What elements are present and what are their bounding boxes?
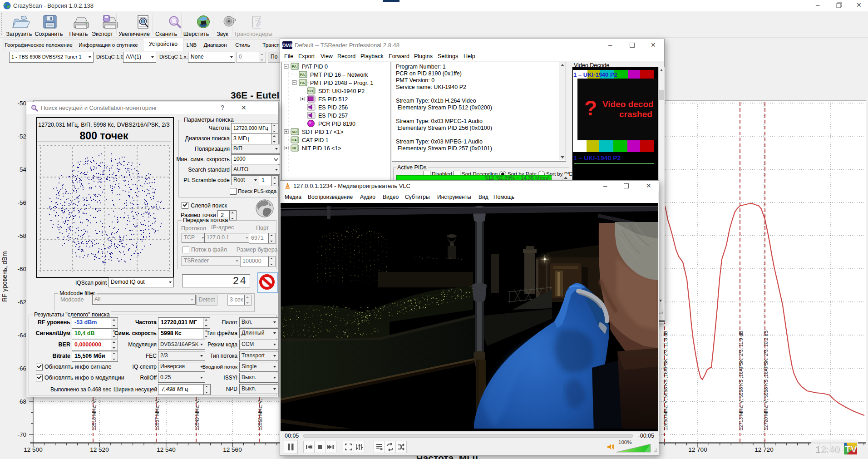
svg-text:SDT PID 17 <1>: SDT PID 17 <1> xyxy=(302,129,344,135)
svg-text:PA: PA xyxy=(300,81,305,85)
svg-text:ES PID 256: ES PID 256 xyxy=(318,104,348,111)
svg-text:-50: -50 xyxy=(17,100,26,107)
svg-text:CA: CA xyxy=(291,138,297,142)
svg-text:RF уровень, dBm: RF уровень, dBm xyxy=(1,251,8,302)
svg-text:PCR PID 8190: PCR PID 8190 xyxy=(318,121,355,127)
svg-text:PMT PID 2048 – Progr. 1: PMT PID 2048 – Progr. 1 xyxy=(310,80,373,86)
svg-text:-64: -64 xyxy=(17,332,26,339)
svg-text:CAT PID 1: CAT PID 1 xyxy=(302,137,329,143)
svg-text:NIT PID 16 <1>: NIT PID 16 <1> xyxy=(302,145,341,152)
svg-text:PA: PA xyxy=(300,73,305,77)
svg-text:12713 MHz; V; 5998 KS ;16APSK;: 12713 MHz; V; 5998 KS ;16APSK; 2/3; 11.9… xyxy=(738,331,744,430)
svg-text:2:40: 2:40 xyxy=(821,444,840,455)
svg-text:PA: PA xyxy=(292,64,297,69)
svg-text:PMT PID 16 – Network: PMT PID 16 – Network xyxy=(310,72,368,78)
svg-text:-58: -58 xyxy=(17,232,26,239)
svg-text:-60: -60 xyxy=(17,266,26,272)
svg-text:PAT PID 0: PAT PID 0 xyxy=(302,64,328,70)
svg-text:12 720: 12 720 xyxy=(755,446,773,453)
svg-text:12720 MHz; V; 5998 KS ;16APSK;: 12720 MHz; V; 5998 KS ;16APSK; 2/3; 10.2… xyxy=(763,331,769,430)
svg-text:-66: -66 xyxy=(17,365,26,372)
svg-text:12 560: 12 560 xyxy=(223,446,242,453)
svg-text:12690 MHz; V; 5998 KS ;16APSK;: 12690 MHz; V; 5998 KS ;16APSK; 2/3; 11.8… xyxy=(663,331,668,430)
svg-text:SDT: UKI-1940 P2: SDT: UKI-1940 P2 xyxy=(318,88,365,94)
svg-text:-52: -52 xyxy=(17,133,26,140)
svg-text:NI: NI xyxy=(292,146,296,150)
svg-text:SD: SD xyxy=(308,89,313,93)
svg-text:1: 1 xyxy=(815,444,821,455)
svg-text:ES PID 512: ES PID 512 xyxy=(318,96,348,103)
svg-text:-68: -68 xyxy=(17,398,26,405)
svg-text:12 540: 12 540 xyxy=(157,446,175,453)
svg-text:-62: -62 xyxy=(17,299,26,306)
svg-text:-56: -56 xyxy=(17,199,26,206)
svg-text:12 520: 12 520 xyxy=(90,446,108,453)
svg-text:-54: -54 xyxy=(17,166,26,173)
svg-text:-70: -70 xyxy=(17,431,26,438)
svg-text:12 500: 12 500 xyxy=(24,446,42,453)
svg-text:DVB: DVB xyxy=(282,43,292,48)
svg-text:TV: TV xyxy=(845,444,857,454)
svg-text:12 700: 12 700 xyxy=(688,446,707,453)
svg-text:SD: SD xyxy=(291,130,296,134)
svg-text:ES PID 257: ES PID 257 xyxy=(318,113,348,119)
